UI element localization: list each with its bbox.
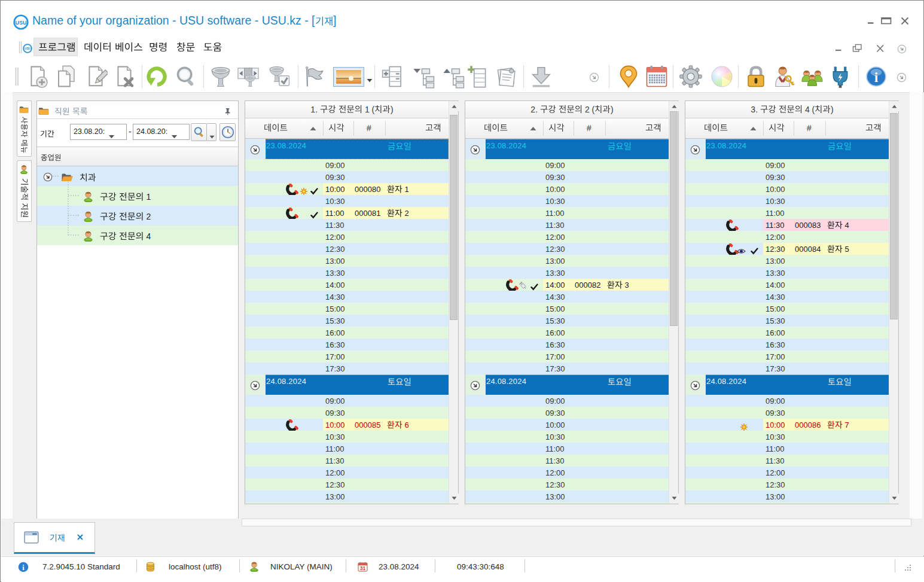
svg-text:i: i xyxy=(874,70,878,85)
svg-text:USU: USU xyxy=(24,47,31,50)
svg-text:31: 31 xyxy=(360,565,366,571)
svg-text:i: i xyxy=(22,563,25,571)
svg-text:USU: USU xyxy=(15,20,26,26)
